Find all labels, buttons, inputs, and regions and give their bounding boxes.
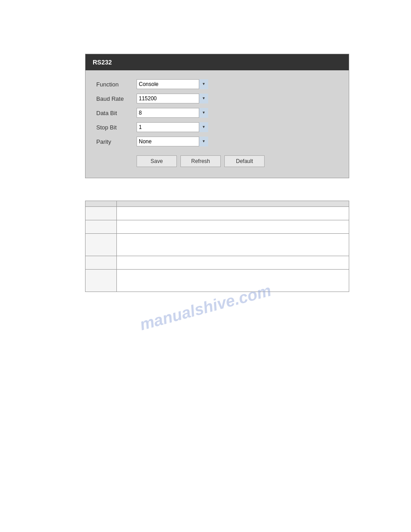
data-bit-label: Data Bit bbox=[96, 110, 137, 116]
table-section bbox=[85, 201, 349, 292]
table-col1-header bbox=[86, 201, 117, 207]
stop-bit-select-wrapper: 1 2 bbox=[137, 122, 208, 132]
data-bit-select[interactable]: 8 7 6 5 bbox=[137, 108, 208, 118]
data-bit-select-wrapper: 8 7 6 5 bbox=[137, 108, 208, 118]
stop-bit-label: Stop Bit bbox=[96, 124, 137, 131]
stop-bit-row: Stop Bit 1 2 bbox=[96, 122, 338, 132]
parity-label: Parity bbox=[96, 138, 137, 145]
rs232-header: RS232 bbox=[86, 54, 349, 70]
baud-rate-select[interactable]: 115200 57600 38400 19200 9600 bbox=[137, 94, 208, 103]
table-cell-4-2 bbox=[117, 256, 349, 270]
default-button[interactable]: Default bbox=[224, 155, 265, 167]
data-table bbox=[85, 201, 349, 292]
table-cell-3-2 bbox=[117, 234, 349, 256]
table-row bbox=[86, 207, 349, 220]
rs232-body: Function Console PPP Shell Baud Rate 115… bbox=[86, 70, 349, 178]
stop-bit-select[interactable]: 1 2 bbox=[137, 122, 208, 132]
button-row: Save Refresh Default bbox=[96, 155, 338, 167]
refresh-button[interactable]: Refresh bbox=[180, 155, 221, 167]
function-select-wrapper: Console PPP Shell bbox=[137, 79, 208, 89]
table-cell-2-1 bbox=[86, 220, 117, 234]
function-label: Function bbox=[96, 81, 137, 88]
panel-title: RS232 bbox=[93, 59, 112, 66]
table-cell-1-1 bbox=[86, 207, 117, 220]
table-cell-4-1 bbox=[86, 256, 117, 270]
table-row bbox=[86, 270, 349, 292]
function-select[interactable]: Console PPP Shell bbox=[137, 79, 208, 89]
parity-select-wrapper: None Odd Even bbox=[137, 137, 208, 146]
table-col2-header bbox=[117, 201, 349, 207]
function-row: Function Console PPP Shell bbox=[96, 79, 338, 89]
baud-rate-select-wrapper: 115200 57600 38400 19200 9600 bbox=[137, 94, 208, 103]
table-row bbox=[86, 256, 349, 270]
save-button[interactable]: Save bbox=[137, 155, 177, 167]
table-cell-1-2 bbox=[117, 207, 349, 220]
table-row bbox=[86, 220, 349, 234]
table-cell-5-1 bbox=[86, 270, 117, 292]
parity-row: Parity None Odd Even bbox=[96, 137, 338, 146]
parity-select[interactable]: None Odd Even bbox=[137, 137, 208, 146]
table-row bbox=[86, 234, 349, 256]
table-cell-2-2 bbox=[117, 220, 349, 234]
baud-rate-row: Baud Rate 115200 57600 38400 19200 9600 bbox=[96, 94, 338, 103]
table-cell-3-1 bbox=[86, 234, 117, 256]
rs232-panel: RS232 Function Console PPP Shell Baud Ra… bbox=[85, 54, 349, 178]
table-cell-5-2 bbox=[117, 270, 349, 292]
baud-rate-label: Baud Rate bbox=[96, 95, 137, 102]
data-bit-row: Data Bit 8 7 6 5 bbox=[96, 108, 338, 118]
